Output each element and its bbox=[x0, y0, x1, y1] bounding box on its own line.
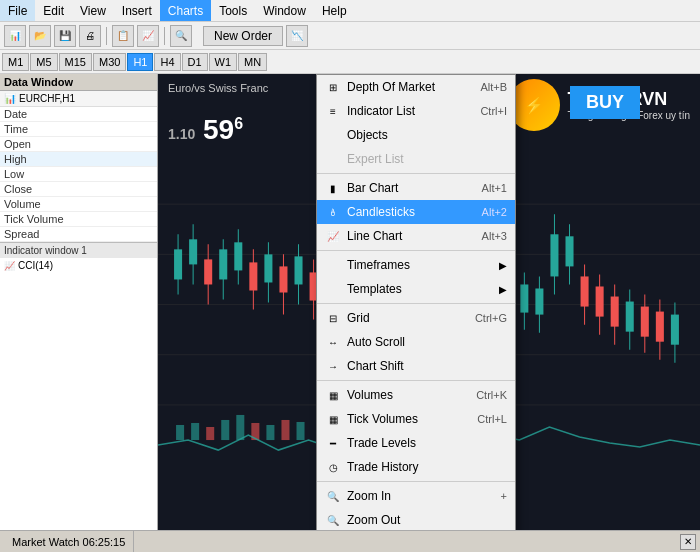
depth-of-market-shortcut: Alt+B bbox=[480, 81, 507, 93]
menu-item-tick-volumes[interactable]: ▦ Tick Volumes Ctrl+L bbox=[317, 407, 515, 431]
tick-volumes-shortcut: Ctrl+L bbox=[477, 413, 507, 425]
timeframes-arrow: ▶ bbox=[499, 260, 507, 271]
menubar: File Edit View Insert Charts Tools Windo… bbox=[0, 0, 700, 22]
status-bar: Market Watch 06:25:15 ✕ bbox=[0, 530, 700, 552]
menu-item-expert-list: Expert List bbox=[317, 147, 515, 171]
history-btn[interactable]: 📈 bbox=[137, 25, 159, 47]
menu-charts[interactable]: Charts bbox=[160, 0, 211, 21]
svg-rect-22 bbox=[295, 256, 303, 284]
menu-item-zoom-out[interactable]: 🔍 Zoom Out bbox=[317, 508, 515, 530]
period-m30[interactable]: M30 bbox=[93, 53, 126, 71]
status-close-btn[interactable]: ✕ bbox=[680, 534, 696, 550]
menu-help[interactable]: Help bbox=[314, 0, 355, 21]
new-order-button[interactable]: New Order bbox=[203, 26, 283, 46]
svg-rect-76 bbox=[221, 420, 229, 440]
new-chart-btn[interactable]: 📊 bbox=[4, 25, 26, 47]
zoom-out-icon: 🔍 bbox=[325, 512, 341, 528]
menu-tools[interactable]: Tools bbox=[211, 0, 255, 21]
period-h4[interactable]: H4 bbox=[154, 53, 180, 71]
svg-rect-72 bbox=[671, 315, 679, 345]
spread-label: Spread bbox=[4, 228, 39, 240]
svg-rect-10 bbox=[204, 259, 212, 284]
data-row-date: Date bbox=[0, 107, 157, 122]
menu-file[interactable]: File bbox=[0, 0, 35, 21]
price-display: 1.10 596 bbox=[168, 114, 243, 146]
menu-item-indicator-list-label: Indicator List bbox=[347, 104, 415, 118]
save-btn[interactable]: 💾 bbox=[54, 25, 76, 47]
volumes-icon: ▦ bbox=[325, 387, 341, 403]
period-mn[interactable]: MN bbox=[238, 53, 267, 71]
menu-item-indicator-list[interactable]: ≡ Indicator List Ctrl+I bbox=[317, 99, 515, 123]
menu-item-line-chart-label: Line Chart bbox=[347, 229, 402, 243]
period-m1[interactable]: M1 bbox=[2, 53, 29, 71]
charts-dropdown-menu: ⊞ Depth Of Market Alt+B ≡ Indicator List… bbox=[316, 74, 516, 530]
svg-rect-73 bbox=[176, 425, 184, 440]
svg-rect-8 bbox=[189, 239, 197, 264]
indicator-icon: 📈 bbox=[4, 261, 15, 271]
menu-item-grid[interactable]: ⊟ Grid Ctrl+G bbox=[317, 306, 515, 330]
menu-view[interactable]: View bbox=[72, 0, 114, 21]
svg-rect-66 bbox=[626, 302, 634, 332]
sep-3 bbox=[317, 303, 515, 304]
period-m5[interactable]: M5 bbox=[30, 53, 57, 71]
svg-rect-75 bbox=[206, 427, 214, 440]
data-symbol: 📊 EURCHF,H1 bbox=[0, 91, 157, 107]
open-label: Open bbox=[4, 138, 31, 150]
menu-item-objects[interactable]: Objects bbox=[317, 123, 515, 147]
bar-chart-icon: ▮ bbox=[325, 180, 341, 196]
line-chart-icon: 📈 bbox=[325, 228, 341, 244]
templates-icon bbox=[325, 281, 341, 297]
print-btn[interactable]: 🖨 bbox=[79, 25, 101, 47]
data-row-tick-volume: Tick Volume bbox=[0, 212, 157, 227]
toolbar-sep-2 bbox=[164, 27, 165, 45]
indicator-list-shortcut: Ctrl+I bbox=[480, 105, 507, 117]
open-btn[interactable]: 📂 bbox=[29, 25, 51, 47]
timeframes-icon bbox=[325, 257, 341, 273]
symbol-name: EURCHF,H1 bbox=[19, 93, 75, 104]
candlesticks-shortcut: Alt+2 bbox=[482, 206, 507, 218]
menu-item-templates[interactable]: Templates ▶ bbox=[317, 277, 515, 301]
menu-item-timeframes[interactable]: Timeframes ▶ bbox=[317, 253, 515, 277]
menu-item-chart-shift-label: Chart Shift bbox=[347, 359, 404, 373]
zoom-in-btn[interactable]: 🔍 bbox=[170, 25, 192, 47]
data-row-time: Time bbox=[0, 122, 157, 137]
menu-item-trade-history[interactable]: ◷ Trade History bbox=[317, 455, 515, 479]
new-order-btn2[interactable]: 📋 bbox=[112, 25, 134, 47]
svg-rect-81 bbox=[297, 422, 305, 440]
menu-item-zoom-out-label: Zoom Out bbox=[347, 513, 400, 527]
period-d1[interactable]: D1 bbox=[182, 53, 208, 71]
data-row-low: Low bbox=[0, 167, 157, 182]
menu-item-chart-shift[interactable]: → Chart Shift bbox=[317, 354, 515, 378]
svg-rect-54 bbox=[535, 288, 543, 314]
menu-edit[interactable]: Edit bbox=[35, 0, 72, 21]
volumes-shortcut: Ctrl+K bbox=[476, 389, 507, 401]
low-label: Low bbox=[4, 168, 24, 180]
menu-item-candlesticks[interactable]: 🕯 Candlesticks Alt+2 bbox=[317, 200, 515, 224]
status-market-watch: Market Watch 06:25:15 bbox=[4, 531, 134, 552]
menu-item-auto-scroll[interactable]: ↔ Auto Scroll bbox=[317, 330, 515, 354]
buy-button[interactable]: BUY bbox=[570, 86, 640, 119]
data-window-title: Data Window bbox=[0, 74, 157, 91]
auto-scroll-icon: ↔ bbox=[325, 334, 341, 350]
zoom-in-shortcut: + bbox=[501, 490, 507, 502]
trade-levels-icon: ━ bbox=[325, 435, 341, 451]
menu-item-bar-chart[interactable]: ▮ Bar Chart Alt+1 bbox=[317, 176, 515, 200]
menu-item-line-chart[interactable]: 📈 Line Chart Alt+3 bbox=[317, 224, 515, 248]
period-w1[interactable]: W1 bbox=[209, 53, 238, 71]
svg-rect-80 bbox=[281, 420, 289, 440]
menu-insert[interactable]: Insert bbox=[114, 0, 160, 21]
bar-chart-shortcut: Alt+1 bbox=[482, 182, 507, 194]
menu-item-zoom-in[interactable]: 🔍 Zoom In + bbox=[317, 484, 515, 508]
menu-item-trade-levels[interactable]: ━ Trade Levels bbox=[317, 431, 515, 455]
menu-item-volumes[interactable]: ▦ Volumes Ctrl+K bbox=[317, 383, 515, 407]
chart-shift-icon: → bbox=[325, 358, 341, 374]
menu-item-templates-label: Templates bbox=[347, 282, 402, 296]
zoom-in-icon: 🔍 bbox=[325, 488, 341, 504]
period-h1[interactable]: H1 bbox=[127, 53, 153, 71]
volume-label: Volume bbox=[4, 198, 41, 210]
menu-item-depth-of-market-label: Depth Of Market bbox=[347, 80, 435, 94]
chart-icon-btn[interactable]: 📉 bbox=[286, 25, 308, 47]
menu-window[interactable]: Window bbox=[255, 0, 314, 21]
menu-item-depth-of-market[interactable]: ⊞ Depth Of Market Alt+B bbox=[317, 75, 515, 99]
period-m15[interactable]: M15 bbox=[59, 53, 92, 71]
